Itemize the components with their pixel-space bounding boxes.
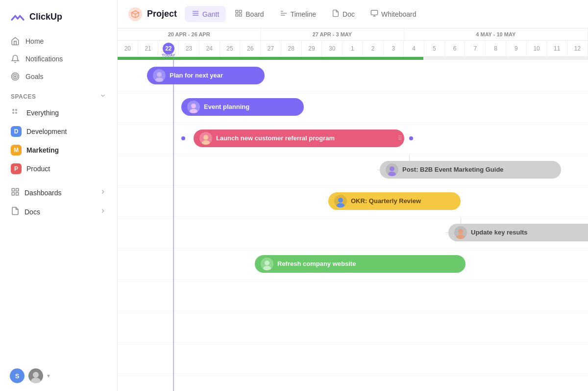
main-content: Project Gantt Board Timeline Doc <box>118 0 588 391</box>
task-bar-event-planning[interactable]: Event planning <box>181 98 304 116</box>
day-row: 20 21 22 TODAY 23 24 25 26 27 28 29 30 1… <box>118 41 588 56</box>
project-cube-icon <box>127 6 143 22</box>
timeline-icon <box>280 9 288 19</box>
week-label-apr20: 20 APR - 26 APR <box>118 28 261 40</box>
tab-gantt[interactable]: Gantt <box>185 6 226 22</box>
tab-board[interactable]: Board <box>228 6 270 22</box>
board-icon <box>235 9 243 19</box>
tab-whiteboard[interactable]: Whiteboard <box>364 6 423 22</box>
sidebar-item-docs[interactable]: Docs <box>5 202 112 221</box>
bell-icon <box>11 54 20 63</box>
gantt-icon <box>192 9 199 19</box>
day-21: 21 <box>138 41 159 56</box>
task-bar-b2b[interactable]: Post: B2B Event Marketing Guide <box>380 161 561 179</box>
task-bar-update-key[interactable]: Update key results <box>448 224 588 241</box>
task-label-key: Update key results <box>471 229 528 236</box>
sidebar-item-dashboards[interactable]: Dashboards <box>5 183 112 202</box>
task-avatar-plan <box>153 69 166 82</box>
task-bar-okr[interactable]: OKR: Quarterly Review <box>328 192 461 210</box>
table-row: Event planning <box>118 91 588 123</box>
task-label-okr: OKR: Quarterly Review <box>351 197 421 205</box>
svg-rect-10 <box>16 193 19 195</box>
task-label-website: Refresh company website <box>277 260 356 267</box>
dashboards-label: Dashboards <box>24 189 62 197</box>
svg-rect-19 <box>236 14 238 16</box>
user-avatar-s[interactable]: S <box>10 368 24 383</box>
svg-point-40 <box>263 266 271 270</box>
svg-rect-24 <box>371 10 377 15</box>
svg-rect-17 <box>236 10 238 13</box>
date-header: 20 APR - 26 APR 27 APR - 3 MAY 4 MAY - 1… <box>118 28 588 57</box>
svg-point-30 <box>190 109 197 113</box>
task-bar-referral[interactable]: Launch new customer referral program <box>194 130 404 147</box>
everything-icon <box>11 107 22 118</box>
sidebar-item-everything[interactable]: Everything <box>5 104 112 122</box>
day-27: 27 <box>261 41 281 56</box>
day-6: 6 <box>445 41 466 56</box>
sidebar-item-product[interactable]: P Product <box>5 159 112 178</box>
day-12: 12 <box>567 41 588 56</box>
tab-timeline-label: Timeline <box>291 10 316 18</box>
day-26: 26 <box>240 41 261 56</box>
svg-point-33 <box>390 166 394 171</box>
sidebar-item-development-label: Development <box>26 128 67 135</box>
marketing-dot: M <box>11 145 22 156</box>
day-29: 29 <box>302 41 322 56</box>
gantt-body: Plan for next year Event planning <box>118 60 588 391</box>
doc-icon <box>332 9 340 19</box>
svg-point-11 <box>33 372 39 378</box>
logo-icon <box>10 9 25 25</box>
spaces-chevron-icon[interactable] <box>99 92 106 101</box>
sidebar-item-development[interactable]: D Development <box>5 122 112 141</box>
dashboards-icon <box>11 187 20 198</box>
sidebar-item-goals[interactable]: Goals <box>5 68 112 85</box>
tab-board-label: Board <box>245 10 264 18</box>
sidebar-item-marketing[interactable]: M Marketing <box>5 141 112 159</box>
day-28: 28 <box>281 41 302 56</box>
today-label: TODAY <box>162 53 175 57</box>
table-row: Refresh company website <box>118 248 588 280</box>
logo: ClickUp <box>0 0 117 32</box>
svg-point-35 <box>338 198 343 203</box>
svg-point-4 <box>15 109 17 111</box>
docs-label: Docs <box>24 208 40 216</box>
task-bar-website[interactable]: Refresh company website <box>255 255 466 273</box>
day-5: 5 <box>424 41 445 56</box>
sidebar-item-notifications[interactable]: Notifications <box>5 50 112 68</box>
day-20: 20 <box>118 41 138 56</box>
table-row: Update key results <box>118 217 588 248</box>
whiteboard-icon <box>370 9 378 19</box>
table-row-empty-3 <box>118 342 588 374</box>
development-dot: D <box>11 126 22 137</box>
day-24: 24 <box>199 41 220 56</box>
task-label-plan: Plan for next year <box>170 72 223 79</box>
tab-doc[interactable]: Doc <box>325 6 362 22</box>
week-label-apr27: 27 APR - 3 MAY <box>261 28 404 40</box>
drag-handle-left: ⠿ <box>190 135 195 142</box>
day-2: 2 <box>363 41 384 56</box>
table-row: OKR: Quarterly Review <box>118 185 588 217</box>
task-label-b2b: Post: B2B Event Marketing Guide <box>402 166 504 173</box>
task-avatar-website <box>261 258 273 270</box>
sidebar-item-marketing-label: Marketing <box>26 146 59 154</box>
table-row: Post: B2B Event Marketing Guide <box>118 154 588 185</box>
svg-rect-18 <box>240 10 242 13</box>
sidebar-nav: Home Notifications Goals <box>0 32 117 85</box>
everything-label: Everything <box>26 109 59 117</box>
sidebar-item-product-label: Product <box>26 165 50 173</box>
svg-point-36 <box>337 203 344 208</box>
sidebar-item-goals-label: Goals <box>25 73 44 80</box>
user-menu-arrow: ▾ <box>47 372 50 379</box>
day-25: 25 <box>220 41 241 56</box>
tab-timeline[interactable]: Timeline <box>273 6 323 22</box>
user-avatar-photo[interactable] <box>28 368 43 383</box>
day-22-today: 22 TODAY <box>158 41 179 56</box>
day-10: 10 <box>527 41 547 56</box>
sidebar-item-home[interactable]: Home <box>5 32 112 50</box>
task-avatar-event <box>187 101 200 113</box>
docs-chevron-icon <box>99 208 106 216</box>
task-bar-plan-next-year[interactable]: Plan for next year <box>147 67 265 84</box>
spaces-list: Everything D Development M Marketing P P… <box>0 104 117 178</box>
svg-point-3 <box>12 109 14 111</box>
task-avatar-b2b <box>386 163 398 176</box>
